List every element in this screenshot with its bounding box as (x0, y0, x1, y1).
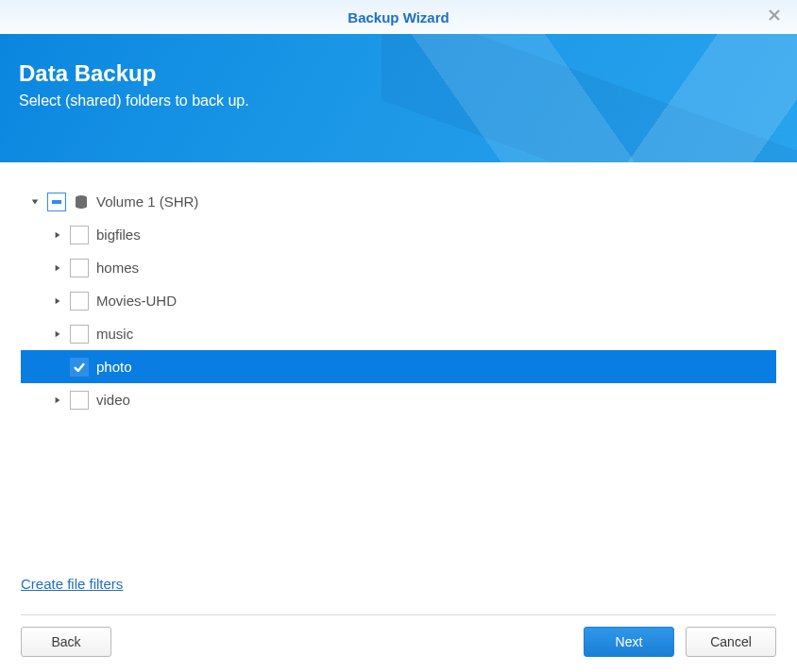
caret-right-icon[interactable] (51, 231, 64, 239)
svg-marker-6 (56, 297, 60, 303)
svg-marker-4 (56, 231, 60, 237)
caret-right-icon[interactable] (51, 396, 64, 404)
tree-item-label: music (96, 326, 133, 342)
back-button[interactable]: Back (21, 627, 111, 657)
checkbox-partial[interactable] (47, 193, 66, 211)
title-bar: Backup Wizard (0, 0, 797, 34)
tree-item-music[interactable]: music (21, 317, 776, 350)
caret-right-icon[interactable] (51, 297, 64, 305)
create-file-filters-link[interactable]: Create file filters (21, 576, 123, 592)
checkbox[interactable] (70, 292, 89, 311)
tree-item-label: photo (96, 359, 132, 375)
tree-item-homes[interactable]: homes (21, 251, 776, 284)
checkbox[interactable] (70, 358, 89, 377)
svg-marker-2 (32, 199, 38, 204)
tree-item-video[interactable]: video (21, 383, 776, 416)
checkbox[interactable] (70, 259, 89, 277)
tree-item-label: bigfiles (96, 227, 141, 243)
footer: Back Next Cancel (0, 615, 797, 657)
svg-marker-5 (56, 264, 60, 270)
page-subtitle: Select (shared) folders to back up. (19, 92, 778, 109)
cancel-button[interactable]: Cancel (686, 627, 776, 657)
tree-item-label: video (96, 392, 130, 408)
next-button[interactable]: Next (584, 627, 674, 657)
hero-banner: Data Backup Select (shared) folders to b… (0, 34, 797, 162)
checkbox[interactable] (70, 325, 89, 344)
checkbox[interactable] (70, 226, 89, 244)
tree-item-label: Volume 1 (SHR) (96, 193, 198, 210)
window-title: Backup Wizard (348, 9, 449, 25)
close-icon[interactable] (767, 8, 784, 25)
caret-right-icon[interactable] (51, 264, 64, 272)
content-area: Volume 1 (SHR)bigfileshomesMovies-UHDmus… (0, 162, 797, 601)
tree-item-label: homes (96, 260, 139, 276)
tree-item-label: Movies-UHD (96, 293, 177, 309)
svg-marker-8 (56, 396, 60, 402)
svg-marker-7 (56, 330, 60, 336)
page-title: Data Backup (19, 60, 778, 87)
caret-right-icon[interactable] (51, 330, 64, 338)
caret-down-icon[interactable] (28, 198, 42, 206)
checkbox[interactable] (70, 391, 89, 410)
tree-item-bigfiles[interactable]: bigfiles (21, 218, 776, 251)
volume-icon (74, 193, 91, 210)
folder-tree: Volume 1 (SHR)bigfileshomesMovies-UHDmus… (21, 185, 776, 572)
tree-item-photo[interactable]: photo (21, 350, 776, 383)
tree-item-movies-uhd[interactable]: Movies-UHD (21, 284, 776, 317)
tree-root-volume[interactable]: Volume 1 (SHR) (21, 185, 776, 218)
